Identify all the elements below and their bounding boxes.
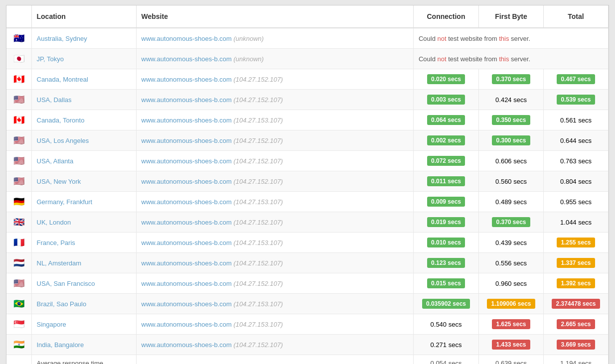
website-ip: (104.27.152.107): [233, 341, 283, 349]
website-base: www.autonomous-shoes-b.com: [142, 137, 234, 144]
website-ip: (unknown): [233, 55, 264, 63]
cell-location: UK, London: [31, 212, 136, 233]
connection-badge: 0.035902 secs: [422, 299, 470, 309]
cell-connection: 0.015 secs: [413, 273, 478, 294]
header-website: Website: [136, 5, 413, 28]
cell-flag: 🇺🇸: [6, 171, 31, 192]
cell-connection: 0.003 secs: [413, 90, 478, 110]
connection-badge: 0.019 secs: [427, 217, 465, 227]
cell-firstbyte: 1.433 secs: [479, 335, 544, 355]
cell-website: www.autonomous-shoes-b.com (104.27.153.1…: [136, 314, 413, 335]
error-highlight: not: [438, 55, 449, 63]
cell-firstbyte: 0.370 secs: [479, 212, 544, 233]
avg-connection: 0.054 secs: [413, 355, 478, 364]
cell-connection: 0.064 secs: [413, 110, 478, 130]
cell-firstbyte: 1.625 secs: [479, 314, 544, 335]
cell-location: USA, San Francisco: [31, 273, 136, 294]
cell-website: www.autonomous-shoes-b.com (104.27.152.1…: [136, 212, 413, 233]
cell-connection: 0.020 secs: [413, 69, 478, 90]
table-row: 🇺🇸USA, New Yorkwww.autonomous-shoes-b.co…: [6, 171, 609, 192]
cell-firstbyte: 0.370 secs: [479, 69, 544, 90]
cell-website: www.autonomous-shoes-b.com (104.27.152.1…: [136, 253, 413, 273]
cell-connection: 0.123 secs: [413, 253, 478, 273]
website-base: www.autonomous-shoes-b.com: [142, 76, 234, 83]
firstbyte-badge: 0.370 secs: [492, 74, 530, 84]
header-total: Total: [544, 5, 609, 28]
avg-label: Average response time: [31, 355, 136, 364]
cell-website: www.autonomous-shoes-b.com (104.27.152.1…: [136, 151, 413, 171]
error-highlight: this: [499, 35, 511, 42]
cell-flag: 🇸🇬: [6, 314, 31, 335]
cell-connection: 0.540 secs: [413, 314, 478, 335]
cell-location: JP, Tokyo: [31, 49, 136, 69]
total-badge: 2.665 secs: [557, 319, 595, 329]
cell-website: www.autonomous-shoes-b.com (104.27.153.1…: [136, 192, 413, 212]
cell-website: www.autonomous-shoes-b.com (104.27.152.1…: [136, 69, 413, 90]
performance-table: Location Website Connection First Byte T…: [6, 5, 609, 364]
website-base: www.autonomous-shoes-b.com: [142, 219, 234, 226]
firstbyte-badge: 0.350 secs: [492, 115, 530, 125]
website-ip: (104.27.152.107): [233, 178, 283, 185]
cell-flag: 🇨🇦: [6, 69, 31, 90]
cell-flag: 🇯🇵: [6, 49, 31, 69]
firstbyte-badge: 1.433 secs: [492, 340, 530, 350]
website-ip: (104.27.152.107): [233, 137, 283, 144]
cell-website: www.autonomous-shoes-b.com (104.27.153.1…: [136, 233, 413, 253]
total-badge: 1.255 secs: [557, 238, 595, 247]
cell-website: www.autonomous-shoes-b.com (unknown): [136, 49, 413, 69]
cell-location: France, Paris: [31, 233, 136, 253]
firstbyte-badge: 1.625 secs: [492, 319, 530, 329]
total-badge: 0.539 secs: [557, 95, 595, 105]
header-firstbyte: First Byte: [479, 5, 544, 28]
cell-location: Canada, Montreal: [31, 69, 136, 90]
cell-firstbyte: 0.960 secs: [479, 273, 544, 294]
cell-firstbyte: 0.424 secs: [479, 90, 544, 110]
connection-badge: 0.002 secs: [427, 135, 465, 145]
cell-total: 0.955 secs: [544, 192, 609, 212]
total-badge: 0.467 secs: [557, 74, 595, 84]
cell-flag: 🇧🇷: [6, 294, 31, 314]
website-ip: (104.27.152.107): [233, 96, 283, 104]
website-base: www.autonomous-shoes-b.com: [142, 35, 234, 42]
avg-total: 1.194 secs: [544, 355, 609, 364]
cell-firstbyte: 0.300 secs: [479, 130, 544, 151]
cell-total: 1.255 secs: [544, 233, 609, 253]
cell-flag: 🇺🇸: [6, 151, 31, 171]
cell-flag: 🇩🇪: [6, 192, 31, 212]
cell-firstbyte: 0.560 secs: [479, 171, 544, 192]
cell-website: www.autonomous-shoes-b.com (104.27.152.1…: [136, 130, 413, 151]
table-row: 🇬🇧UK, Londonwww.autonomous-shoes-b.com (…: [6, 212, 609, 233]
table-row: 🇺🇸USA, Los Angeleswww.autonomous-shoes-b…: [6, 130, 609, 151]
firstbyte-badge: 0.300 secs: [492, 135, 530, 145]
cell-total: 1.337 secs: [544, 253, 609, 273]
table-row: 🇺🇸USA, Atlantawww.autonomous-shoes-b.com…: [6, 151, 609, 171]
website-ip: (104.27.153.107): [233, 300, 283, 308]
cell-connection: 0.019 secs: [413, 212, 478, 233]
cell-location: Canada, Toronto: [31, 110, 136, 130]
website-ip: (104.27.153.107): [233, 239, 283, 246]
table-row: 🇯🇵JP, Tokyowww.autonomous-shoes-b.com (u…: [6, 49, 609, 69]
cell-flag: 🇺🇸: [6, 130, 31, 151]
cell-location: USA, Los Angeles: [31, 130, 136, 151]
cell-flag: 🇺🇸: [6, 273, 31, 294]
cell-total: 0.467 secs: [544, 69, 609, 90]
table-row: 🇧🇷Brazil, Sao Paulowww.autonomous-shoes-…: [6, 294, 609, 314]
connection-badge: 0.123 secs: [427, 258, 465, 268]
performance-table-wrapper: Location Website Connection First Byte T…: [6, 5, 609, 364]
table-row: 🇫🇷France, Pariswww.autonomous-shoes-b.co…: [6, 233, 609, 253]
cell-location: Brazil, Sao Paulo: [31, 294, 136, 314]
connection-badge: 0.072 secs: [427, 156, 465, 166]
cell-location: Singapore: [31, 314, 136, 335]
total-badge: 2.374478 secs: [552, 299, 600, 309]
cell-flag: 🇺🇸: [6, 90, 31, 110]
cell-connection: Could not test website from this server.: [413, 49, 608, 69]
website-base: www.autonomous-shoes-b.com: [142, 321, 234, 328]
website-base: www.autonomous-shoes-b.com: [142, 198, 234, 206]
connection-badge: 0.064 secs: [427, 115, 465, 125]
cell-total: 0.763 secs: [544, 151, 609, 171]
table-header-row: Location Website Connection First Byte T…: [6, 5, 609, 28]
cell-firstbyte: 0.439 secs: [479, 233, 544, 253]
cell-connection: 0.072 secs: [413, 151, 478, 171]
connection-badge: 0.009 secs: [427, 197, 465, 207]
cell-firstbyte: 0.556 secs: [479, 253, 544, 273]
